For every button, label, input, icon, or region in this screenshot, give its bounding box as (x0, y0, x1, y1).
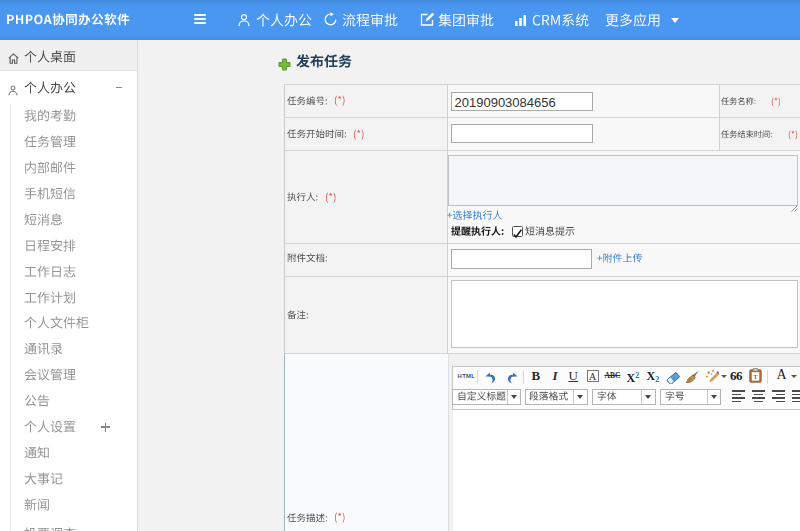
svg-text:T: T (753, 373, 758, 381)
